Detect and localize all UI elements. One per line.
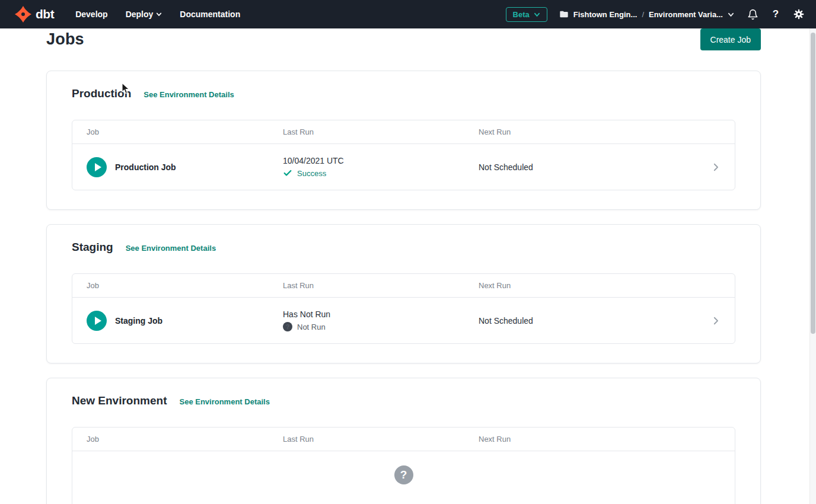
page-title: Jobs: [46, 30, 84, 49]
environment-card-staging: Staging See Environment Details Job Last…: [46, 224, 761, 363]
jobs-table-header: Job Last Run Next Run: [72, 274, 735, 298]
col-header-last-run: Last Run: [283, 281, 479, 290]
environment-card-new-environment: New Environment See Environment Details …: [46, 378, 761, 504]
environment-card-production: Production See Environment Details Job L…: [46, 71, 761, 210]
job-row-production[interactable]: Production Job 10/04/2021 UTC Success No…: [72, 144, 735, 190]
last-run-status-label: Success: [297, 169, 326, 178]
last-run-date: Has Not Run: [283, 310, 479, 319]
create-job-button[interactable]: Create Job: [700, 28, 761, 50]
nav-develop-label: Develop: [75, 9, 107, 19]
notifications-bell-icon[interactable]: [746, 8, 759, 21]
beta-badge-dropdown[interactable]: Beta: [506, 7, 547, 22]
job-name: Production Job: [115, 162, 176, 172]
topbar: dbt Develop Deploy Documentation Beta Fi…: [0, 0, 816, 28]
scrollbar-thumb[interactable]: [811, 33, 815, 334]
play-icon: [95, 317, 101, 325]
dbt-logo[interactable]: dbt: [14, 5, 54, 23]
col-header-job: Job: [72, 127, 283, 136]
last-run-status: ? Not Run: [283, 322, 479, 331]
jobs-table-header: Job Last Run Next Run: [72, 428, 735, 451]
breadcrumb-page[interactable]: Environment Varia...: [649, 10, 723, 19]
chevron-right-icon[interactable]: [710, 315, 721, 326]
not-run-question-icon: ?: [283, 322, 292, 331]
nav-documentation[interactable]: Documentation: [180, 9, 240, 19]
empty-jobs-row: ?: [72, 451, 735, 504]
job-name: Staging Job: [115, 316, 162, 326]
last-run-status-label: Not Run: [297, 323, 326, 331]
play-icon: [95, 163, 101, 171]
dbt-logo-icon: [14, 5, 32, 23]
col-header-last-run: Last Run: [283, 435, 479, 444]
environment-name: Production: [72, 87, 131, 100]
nav-develop[interactable]: Develop: [75, 9, 107, 19]
settings-gear-icon[interactable]: [792, 8, 805, 21]
breadcrumb-project[interactable]: Fishtown Engin...: [573, 10, 638, 19]
main-nav: Develop Deploy Documentation: [75, 9, 240, 19]
see-environment-details-link[interactable]: See Environment Details: [126, 244, 216, 253]
scrollbar-track[interactable]: [809, 28, 816, 504]
see-environment-details-link[interactable]: See Environment Details: [144, 90, 234, 99]
see-environment-details-link[interactable]: See Environment Details: [179, 397, 269, 406]
environment-name: New Environment: [72, 394, 167, 407]
folder-icon: [559, 9, 569, 19]
page-header: Jobs Create Job: [46, 28, 761, 50]
main-content: Jobs Create Job Production See Environme…: [0, 28, 816, 504]
next-run: Not Scheduled: [479, 298, 697, 343]
environment-name: Staging: [72, 241, 113, 254]
run-job-play-button[interactable]: [87, 157, 107, 177]
next-run: Not Scheduled: [479, 144, 697, 190]
run-job-play-button[interactable]: [87, 311, 107, 331]
breadcrumb-separator: /: [642, 10, 644, 19]
col-header-last-run: Last Run: [283, 127, 479, 136]
chevron-right-icon[interactable]: [710, 162, 721, 173]
empty-state-question-icon: ?: [394, 465, 413, 484]
jobs-table: Job Last Run Next Run ?: [72, 427, 735, 504]
last-run-date: 10/04/2021 UTC: [283, 156, 479, 165]
jobs-table: Job Last Run Next Run Staging Job Has No…: [72, 273, 735, 344]
beta-label: Beta: [513, 10, 530, 19]
col-header-job: Job: [72, 281, 283, 290]
col-header-job: Job: [72, 435, 283, 444]
success-check-icon: [283, 168, 292, 178]
breadcrumb[interactable]: Fishtown Engin... / Environment Varia...: [559, 9, 734, 19]
jobs-table: Job Last Run Next Run Production Job 10/…: [72, 120, 735, 190]
brand-name: dbt: [36, 7, 54, 21]
help-icon[interactable]: ?: [769, 8, 782, 21]
job-row-staging[interactable]: Staging Job Has Not Run ? Not Run Not Sc…: [72, 298, 735, 343]
jobs-table-header: Job Last Run Next Run: [72, 120, 735, 144]
col-header-next-run: Next Run: [479, 127, 697, 136]
col-header-next-run: Next Run: [479, 281, 697, 290]
chevron-down-icon: [534, 11, 540, 18]
col-header-next-run: Next Run: [479, 435, 697, 444]
chevron-down-icon: [728, 11, 734, 18]
nav-deploy-label: Deploy: [126, 9, 154, 19]
help-glyph: ?: [773, 8, 779, 20]
chevron-down-icon: [156, 11, 162, 17]
nav-documentation-label: Documentation: [180, 9, 240, 19]
nav-deploy[interactable]: Deploy: [126, 9, 162, 19]
last-run-status: Success: [283, 168, 479, 178]
